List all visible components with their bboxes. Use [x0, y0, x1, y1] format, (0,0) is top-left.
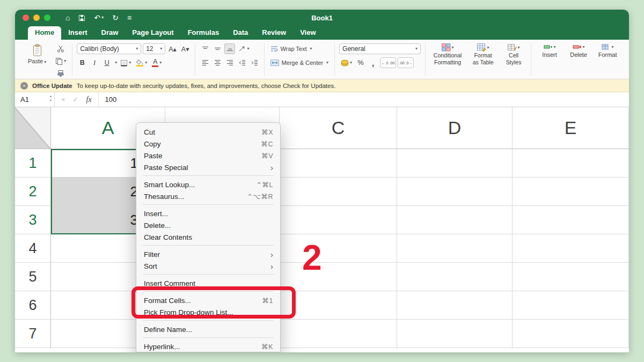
home-icon[interactable]: ⌂	[65, 14, 70, 21]
increase-decimal-button[interactable]: ←.0 .00	[380, 57, 396, 68]
menu-item-thesaurus[interactable]: Thesaurus... ⌃⌥⌘R	[136, 190, 280, 202]
menu-item-delete[interactable]: Delete...	[136, 219, 280, 231]
grow-font-button[interactable]: A▴	[167, 43, 178, 54]
cell-c3[interactable]	[280, 206, 397, 234]
cell-c6[interactable]	[280, 291, 397, 320]
tab-home[interactable]: Home	[28, 26, 61, 40]
column-header-e[interactable]: E	[513, 107, 629, 149]
row-header-2[interactable]: 2	[15, 178, 51, 206]
menu-item-paste-special[interactable]: Paste Special ›	[136, 161, 280, 173]
paste-button[interactable]: Paste▾	[25, 43, 49, 65]
decrease-indent-button[interactable]	[237, 57, 247, 68]
format-as-table-button[interactable]: ▾ Format as Table	[467, 43, 499, 65]
update-badge-icon[interactable]: ×	[20, 82, 28, 90]
tab-view[interactable]: View	[293, 26, 323, 40]
tab-insert[interactable]: Insert	[61, 26, 94, 40]
cut-button[interactable]	[54, 43, 68, 54]
row-header-7[interactable]: 7	[15, 320, 51, 348]
name-box[interactable]: A1 ▴ ▾	[15, 92, 55, 107]
bold-button[interactable]: B	[77, 57, 87, 68]
increase-indent-button[interactable]	[249, 57, 260, 68]
select-all-corner[interactable]	[15, 107, 51, 149]
align-center-button[interactable]	[212, 57, 223, 68]
cell-e6[interactable]	[513, 291, 629, 320]
column-header-d[interactable]: D	[397, 107, 513, 149]
decrease-decimal-button[interactable]: .00 .0→	[398, 57, 414, 68]
align-middle-button[interactable]	[212, 43, 223, 54]
align-bottom-button[interactable]	[224, 43, 235, 54]
tab-draw[interactable]: Draw	[94, 26, 126, 40]
menu-item-hyperlink[interactable]: Hyperlink... ⌘K	[136, 341, 280, 352]
tab-formulas[interactable]: Formulas	[181, 26, 226, 40]
percent-style-button[interactable]: %	[355, 57, 366, 68]
delete-cells-button[interactable]: ▾ Delete	[565, 43, 592, 58]
cell-d1[interactable]	[397, 149, 513, 178]
font-color-button[interactable]: A ▾	[150, 57, 163, 68]
row-header-1[interactable]: 1	[15, 149, 51, 178]
format-painter-button[interactable]	[54, 68, 68, 79]
row-header-5[interactable]: 5	[15, 263, 51, 291]
menu-item-insert[interactable]: Insert...	[136, 208, 280, 219]
menu-item-format-cells[interactable]: Format Cells... ⌘1	[136, 294, 280, 306]
tab-data[interactable]: Data	[226, 26, 255, 40]
cell-d5[interactable]	[397, 263, 513, 291]
wrap-text-button[interactable]: Wrap Text ▾	[269, 43, 313, 54]
insert-cells-button[interactable]: ▾ Insert	[536, 43, 564, 58]
insert-function-icon[interactable]: fx	[86, 95, 92, 104]
cell-e3[interactable]	[513, 206, 629, 234]
cell-c2[interactable]	[280, 178, 397, 206]
cell-e7[interactable]	[513, 320, 629, 348]
cell-d2[interactable]	[397, 178, 513, 206]
fill-color-button[interactable]: ▾	[134, 57, 149, 68]
menu-item-cut[interactable]: Cut ⌘X	[136, 126, 280, 138]
cell-styles-button[interactable]: ▾ Cell Styles	[501, 43, 526, 65]
align-left-button[interactable]	[200, 57, 210, 68]
name-box-stepper[interactable]: ▴ ▾	[50, 94, 52, 103]
cell-c1[interactable]	[280, 149, 397, 178]
font-size-select[interactable]: 12 ▾	[143, 43, 165, 54]
cell-d3[interactable]	[397, 206, 513, 234]
column-header-c[interactable]: C	[280, 107, 397, 149]
cell-e1[interactable]	[513, 149, 629, 178]
enter-icon[interactable]: ✓	[73, 95, 79, 104]
menu-item-clear-contents[interactable]: Clear Contents	[136, 231, 280, 243]
row-header-6[interactable]: 6	[15, 291, 51, 320]
menu-item-sort[interactable]: Sort ›	[136, 260, 280, 272]
currency-button[interactable]: ▾	[339, 57, 354, 68]
cell-c7[interactable]	[280, 320, 397, 348]
cell-c5[interactable]	[280, 263, 397, 291]
merge-center-button[interactable]: Merge & Center ▾	[269, 57, 330, 68]
menu-item-define-name[interactable]: Define Name...	[136, 323, 280, 335]
cell-d6[interactable]	[397, 291, 513, 320]
text-orientation-button[interactable]: ▾	[237, 43, 251, 54]
comma-style-button[interactable]: ,	[368, 57, 378, 68]
row-header-4[interactable]: 4	[15, 234, 51, 263]
toolbar-customize-icon[interactable]: ≡	[127, 14, 131, 21]
redo-icon[interactable]: ↻	[112, 14, 119, 21]
save-icon[interactable]	[78, 14, 85, 21]
menu-item-paste[interactable]: Paste ⌘V	[136, 150, 280, 161]
row-header-3[interactable]: 3	[15, 206, 51, 234]
menu-item-insert-comment[interactable]: Insert Comment	[136, 277, 280, 289]
align-top-button[interactable]	[200, 43, 210, 54]
menu-item-pick-from-dropdown-list[interactable]: Pick From Drop-down List...	[136, 306, 280, 318]
font-name-select[interactable]: Calibri (Body) ▾	[77, 43, 141, 54]
cell-d7[interactable]	[397, 320, 513, 348]
align-right-button[interactable]	[224, 57, 235, 68]
italic-button[interactable]: I	[89, 57, 100, 68]
copy-button[interactable]: ▾	[54, 56, 68, 67]
formula-bar-input[interactable]: 100	[98, 92, 117, 107]
shrink-font-button[interactable]: A▾	[180, 43, 191, 54]
format-cells-ribbon-button[interactable]: ▾ Format	[594, 43, 621, 58]
number-format-select[interactable]: General ▾	[339, 43, 421, 54]
underline-button[interactable]: U	[101, 57, 112, 68]
cell-c4[interactable]	[280, 234, 397, 263]
underline-dropdown-icon[interactable]: ▾	[115, 61, 117, 65]
cell-e4[interactable]	[513, 234, 629, 263]
menu-item-copy[interactable]: Copy ⌘C	[136, 138, 280, 150]
cell-d4[interactable]	[397, 234, 513, 263]
conditional-formatting-button[interactable]: ▾ Conditional Formatting	[430, 43, 465, 65]
cell-e2[interactable]	[513, 178, 629, 206]
borders-button[interactable]: ▾	[119, 57, 133, 68]
tab-page-layout[interactable]: Page Layout	[125, 26, 180, 40]
